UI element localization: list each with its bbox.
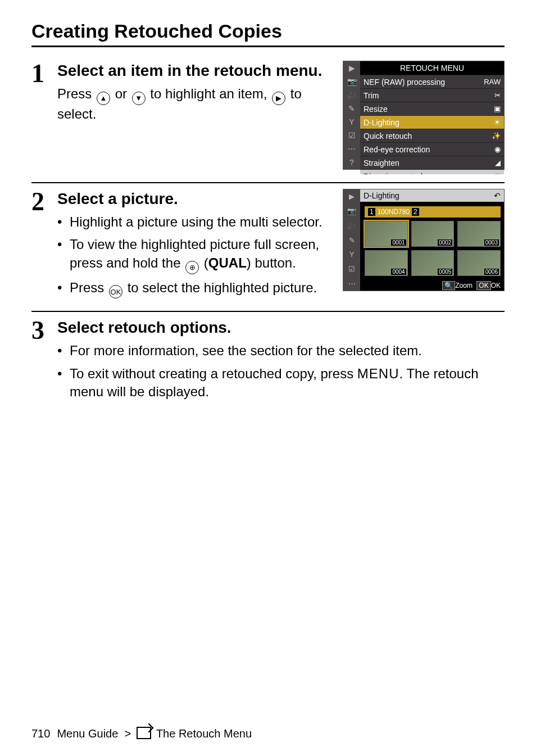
raw-icon: RAW (484, 78, 501, 86)
cam1-sidebar: ▶ 📷 🎥 ✎ Y ☑ ⋯ ? (343, 61, 360, 169)
menu-button-label: MENU (357, 366, 399, 381)
text-part: to select the highlighted picture. (124, 280, 317, 295)
step-1-number: 1 (31, 61, 54, 87)
dlighting-icon: ☀ (494, 118, 501, 126)
breadcrumb: Menu Guide > The Retouch Menu (57, 727, 252, 740)
step-1: 1 ▶ 📷 🎥 ✎ Y ☑ ⋯ ? RETOUCH MENU NEF (RAW)… (31, 55, 505, 174)
page-footer: 710 Menu Guide > The Retouch Menu (31, 727, 252, 740)
scissors-icon: ✂ (494, 91, 501, 99)
sparkle-icon: ✨ (492, 132, 501, 140)
step-3-bullet-2: To exit without creating a retouched cop… (57, 365, 505, 401)
text-part: Press (57, 86, 96, 101)
menu-item-redeye: Red-eye correction◉ (360, 142, 504, 156)
step-3-heading: Select retouch options. (57, 318, 505, 337)
page-title: Creating Retouched Copies (31, 20, 505, 47)
multi-right-icon: ▶ (272, 92, 285, 105)
back-icon: ↶ (494, 191, 501, 200)
playback-icon: ▶ (343, 189, 360, 204)
step-2-bullet-3: Press OK to select the highlighted pictu… (57, 279, 505, 299)
retouch-menu-screenshot: ▶ 📷 🎥 ✎ Y ☑ ⋯ ? RETOUCH MENU NEF (RAW) p… (343, 61, 505, 170)
menu-item-label: Red-eye correction (364, 145, 430, 154)
breadcrumb-part-1: Menu Guide (57, 727, 118, 740)
straighten-icon: ◢ (495, 159, 501, 167)
cam1-menu-list: NEF (RAW) processingRAW Trim✂ Resize▣ D-… (360, 75, 504, 174)
menu-item-nef: NEF (RAW) processingRAW (360, 75, 504, 88)
wrench-icon: Y (343, 115, 360, 129)
step-3-bullet-1: For more information, see the section fo… (57, 342, 505, 360)
step-2: 2 ▶ 📷 🎥 ✎ Y ☑ ⋯ D-Lighting ↶ 1 (31, 182, 505, 303)
page-number: 710 (31, 727, 50, 740)
step-2-number: 2 (31, 189, 54, 215)
playback-icon: ▶ (343, 61, 360, 75)
menu-item-straighten: Straighten◢ (360, 156, 504, 169)
retouch-menu-icon (137, 727, 151, 739)
text-part: to highlight an item, (147, 86, 271, 101)
menu-item-trim: Trim✂ (360, 88, 504, 102)
menu-item-distortion: Distortion control⊟ (360, 169, 504, 174)
menu-item-label: Distortion control (364, 172, 423, 175)
page: Creating Retouched Copies 1 ▶ 📷 🎥 ✎ Y ☑ … (0, 0, 536, 756)
text-part: or (111, 86, 131, 101)
cam2-title-bar: D-Lighting ↶ (360, 189, 504, 202)
multi-up-icon: ▲ (97, 92, 110, 105)
pencil-icon: ✎ (343, 102, 360, 115)
menu-item-dlighting: D-Lighting☀ (360, 115, 504, 129)
resize-icon: ▣ (494, 105, 501, 113)
text-part: Press (70, 280, 108, 295)
distortion-icon: ⊟ (494, 172, 501, 174)
cam1-header: RETOUCH MENU (360, 61, 504, 75)
breadcrumb-part-2: The Retouch Menu (156, 727, 252, 740)
qual-label: QUAL (208, 255, 247, 270)
menu-item-label: Straighten (364, 159, 399, 168)
step-3-number: 3 (31, 318, 54, 343)
ok-button-icon: OK (109, 285, 122, 298)
step-3: 3 Select retouch options. For more infor… (31, 311, 505, 405)
camera-icon: 📷 (343, 75, 360, 88)
eye-icon: ◉ (494, 145, 501, 153)
text-part: ( (200, 255, 208, 270)
mymenu-icon: ⋯ (343, 142, 360, 156)
text-part: To exit without creating a retouched cop… (70, 366, 357, 381)
menu-item-label: Resize (364, 105, 388, 114)
menu-item-label: Quick retouch (364, 132, 412, 141)
retouch-tab-icon: ☑ (343, 129, 360, 142)
text-part: ) button. (247, 255, 296, 270)
step-2-bullet-2: To view the highlighted picture full scr… (57, 236, 505, 274)
movie-icon: 🎥 (343, 88, 360, 102)
help-icon: ? (343, 156, 360, 169)
menu-item-label: NEF (RAW) processing (364, 78, 445, 87)
menu-item-label: D-Lighting (364, 118, 399, 127)
menu-item-resize: Resize▣ (360, 102, 504, 115)
zoom-in-icon: ⊕ (185, 261, 199, 274)
cam2-title: D-Lighting (364, 191, 399, 200)
menu-item-quick: Quick retouch✨ (360, 129, 504, 142)
multi-down-icon: ▼ (132, 92, 146, 105)
step-2-bullet-1: Highlight a picture using the multi sele… (57, 213, 505, 231)
menu-item-label: Trim (364, 91, 379, 100)
